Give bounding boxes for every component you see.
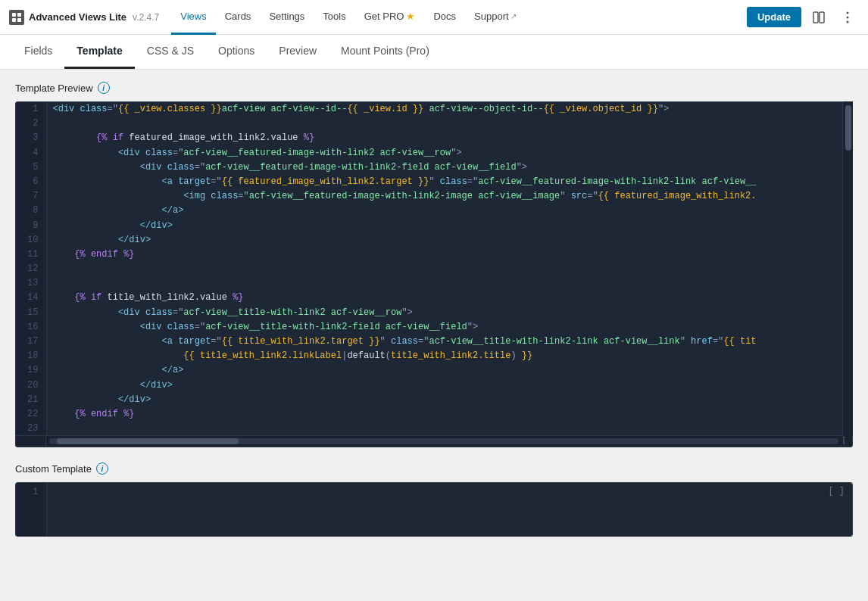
svg-point-8 xyxy=(847,20,849,23)
line-content: <div class="{{ _view.classes }}acf-view … xyxy=(46,102,841,117)
line-number: 23 xyxy=(16,422,46,435)
table-row: 1 [ ] xyxy=(16,483,852,536)
line-content: <a target="{{ title_with_link2.target }}… xyxy=(46,335,841,349)
layout-toggle-button[interactable] xyxy=(807,6,830,29)
line-number: 3 xyxy=(16,131,46,145)
custom-editor-content: [ ] xyxy=(46,483,852,536)
main-content: Template Preview i 1 <div class="{{ _vie… xyxy=(0,70,868,549)
line-number: 1 xyxy=(16,483,46,536)
line-content: <div class="acf-view__featured-image-wit… xyxy=(46,160,841,175)
table-row: 10 </div> xyxy=(16,233,841,248)
scrollbar-corner-right: [ ] xyxy=(841,436,852,447)
nav-tools[interactable]: Tools xyxy=(314,0,354,35)
line-number: 5 xyxy=(16,160,46,175)
custom-template-editor[interactable]: 1 [ ] xyxy=(16,483,852,536)
line-content: {% if title_with_link2.value %} xyxy=(46,291,841,305)
tab-css-js[interactable]: CSS & JS xyxy=(135,35,206,69)
tab-template[interactable]: Template xyxy=(64,35,134,69)
line-number: 4 xyxy=(16,146,46,160)
table-row: 15 <div class="acf-view__title-with-link… xyxy=(16,306,841,320)
line-content: {{ title_with_link2.linkLabel|default(ti… xyxy=(46,349,841,363)
horizontal-scrollbar-track[interactable] xyxy=(46,436,841,447)
main-nav: Views Cards Settings Tools Get PRO ★ Doc… xyxy=(171,0,525,35)
table-row: 12 xyxy=(16,262,841,276)
line-number: 20 xyxy=(16,378,46,393)
custom-template-info-icon[interactable]: i xyxy=(96,462,108,475)
svg-point-7 xyxy=(847,16,849,18)
nav-settings[interactable]: Settings xyxy=(260,0,314,35)
table-row: 19 </a> xyxy=(16,363,841,378)
tab-fields[interactable]: Fields xyxy=(12,35,64,69)
more-options-button[interactable] xyxy=(836,6,859,29)
custom-template-editor-wrapper: 1 [ ] xyxy=(15,482,853,537)
tab-options[interactable]: Options xyxy=(206,35,267,69)
table-row: 21 </div> xyxy=(16,393,841,407)
app-name: Advanced Views Lite xyxy=(29,11,126,23)
line-content: </div> xyxy=(46,219,841,233)
nav-cards[interactable]: Cards xyxy=(216,0,261,35)
vertical-scrollbar[interactable] xyxy=(842,101,853,437)
code-table: 1 <div class="{{ _view.classes }}acf-vie… xyxy=(16,102,841,435)
line-number: 1 xyxy=(16,102,46,117)
line-content: <img class="acf-view__featured-image-wit… xyxy=(46,189,841,204)
line-content: </a> xyxy=(46,363,841,378)
table-row: 23 xyxy=(16,422,841,435)
custom-template-header: Custom Template i xyxy=(15,462,853,475)
line-content: </div> xyxy=(46,233,841,248)
table-row: 9 </div> xyxy=(16,219,841,233)
svg-rect-5 xyxy=(820,12,824,23)
template-preview-editor[interactable]: 1 <div class="{{ _view.classes }}acf-vie… xyxy=(16,102,852,435)
template-preview-editor-wrapper: 1 <div class="{{ _view.classes }}acf-vie… xyxy=(15,101,853,447)
line-content xyxy=(46,422,841,435)
scrollbar-track xyxy=(49,438,838,444)
line-content xyxy=(46,262,841,276)
custom-template-title: Custom Template xyxy=(15,463,92,475)
nav-support[interactable]: Support ↗ xyxy=(465,0,526,35)
line-number: 15 xyxy=(16,306,46,320)
table-row: 20 </div> xyxy=(16,378,841,393)
nav-get-pro[interactable]: Get PRO ★ xyxy=(355,0,425,35)
svg-rect-3 xyxy=(17,18,21,22)
template-preview-editor-outer: 1 <div class="{{ _view.classes }}acf-vie… xyxy=(15,101,853,447)
nav-views[interactable]: Views xyxy=(171,0,215,35)
line-number: 19 xyxy=(16,363,46,378)
svg-rect-4 xyxy=(813,12,818,23)
table-row: 13 xyxy=(16,276,841,291)
line-number: 18 xyxy=(16,349,46,363)
custom-template-section: Custom Template i 1 [ ] xyxy=(15,462,853,537)
bracket-hint-label: [ ] xyxy=(841,435,851,447)
line-number: 9 xyxy=(16,219,46,233)
custom-bracket-hint: [ ] xyxy=(828,486,845,497)
line-number: 16 xyxy=(16,320,46,335)
line-content: </a> xyxy=(46,204,841,218)
top-navigation: Advanced Views Lite v.2.4.7 Views Cards … xyxy=(0,0,868,35)
table-row: 7 <img class="acf-view__featured-image-w… xyxy=(16,189,841,204)
line-number: 17 xyxy=(16,335,46,349)
svg-rect-0 xyxy=(12,13,16,17)
table-row: 3 {% if featured_image_with_link2.value … xyxy=(16,131,841,145)
svg-rect-2 xyxy=(12,18,16,22)
external-link-icon: ↗ xyxy=(510,12,517,20)
template-preview-info-icon[interactable]: i xyxy=(98,82,110,94)
line-content xyxy=(46,276,841,291)
scrollbar-thumb-horizontal xyxy=(57,438,239,444)
table-row: 16 <div class="acf-view__title-with-link… xyxy=(16,320,841,335)
line-number: 13 xyxy=(16,276,46,291)
update-button[interactable]: Update xyxy=(747,7,801,27)
editor-scrollbar-row: [ ] xyxy=(16,435,852,447)
sub-tabs: Fields Template CSS & JS Options Preview… xyxy=(0,35,868,70)
table-row: 6 <a target="{{ featured_image_with_link… xyxy=(16,175,841,189)
ellipsis-vertical-icon xyxy=(846,11,849,23)
table-row: 5 <div class="acf-view__featured-image-w… xyxy=(16,160,841,175)
template-preview-header: Template Preview i xyxy=(15,82,853,94)
table-row: 11 {% endif %} xyxy=(16,248,841,262)
scrollbar-thumb-vertical xyxy=(845,105,851,151)
tab-preview[interactable]: Preview xyxy=(267,35,329,69)
line-number: 8 xyxy=(16,204,46,218)
tab-mount-points[interactable]: Mount Points (Pro) xyxy=(329,35,442,69)
layout-icon xyxy=(813,11,825,23)
line-number: 21 xyxy=(16,393,46,407)
star-icon: ★ xyxy=(406,11,415,22)
table-row: 8 </a> xyxy=(16,204,841,218)
nav-docs[interactable]: Docs xyxy=(424,0,465,35)
